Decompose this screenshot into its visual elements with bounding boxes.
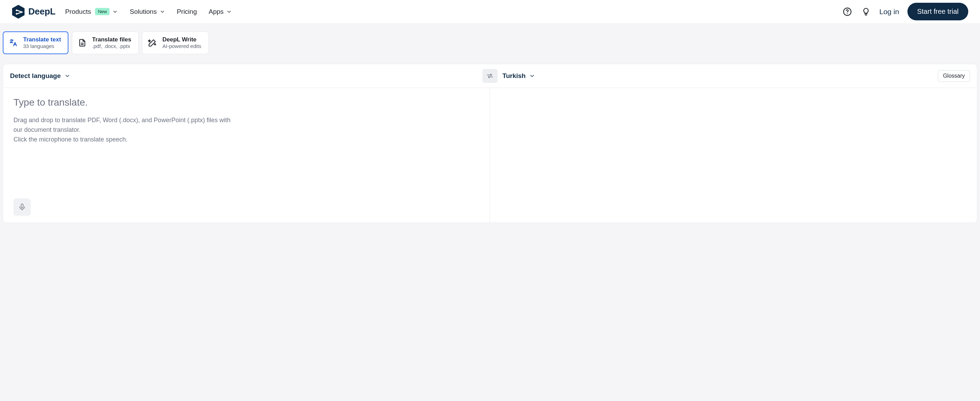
file-icon	[78, 38, 87, 47]
target-language-label: Turkish	[503, 72, 526, 80]
svg-marker-0	[12, 5, 24, 19]
nav-solutions-label: Solutions	[130, 8, 156, 16]
app-header: DeepL Products New Solutions Pricing App…	[0, 0, 980, 23]
source-language-select[interactable]: Detect language	[10, 72, 70, 80]
mode-subtitle: AI-powered edits	[162, 43, 202, 50]
hint-line-1: Drag and drop to translate PDF, Word (.d…	[13, 116, 235, 135]
help-button[interactable]	[842, 6, 853, 17]
magic-wand-icon	[148, 38, 157, 47]
chevron-down-icon	[160, 9, 165, 14]
mode-title: Translate files	[92, 36, 131, 43]
chevron-down-icon	[226, 9, 232, 14]
source-placeholder: Type to translate.	[13, 97, 479, 108]
hint-line-2: Click the microphone to translate speech…	[13, 135, 235, 144]
nav-pricing[interactable]: Pricing	[177, 8, 197, 16]
microphone-button[interactable]	[13, 198, 31, 216]
source-text-pane[interactable]: Type to translate. Drag and drop to tran…	[3, 88, 490, 223]
mode-translate-text[interactable]: Translate text 33 languages	[3, 32, 68, 54]
svg-point-7	[847, 13, 848, 14]
source-language-label: Detect language	[10, 72, 61, 80]
mode-subtitle: .pdf, .docx, .pptx	[92, 43, 131, 50]
nav-products-label: Products	[65, 8, 91, 16]
glossary-button[interactable]: Glossary	[938, 70, 970, 82]
mode-translate-files[interactable]: Translate files .pdf, .docx, .pptx	[72, 32, 138, 54]
mode-deepl-write[interactable]: DeepL Write AI-powered edits	[142, 32, 209, 54]
mode-subtitle: 33 languages	[23, 43, 61, 50]
start-trial-button[interactable]: Start free trial	[907, 3, 968, 21]
nav-products[interactable]: Products New	[65, 8, 118, 16]
mode-tabs: Translate text 33 languages Translate fi…	[3, 32, 977, 54]
main-nav: Products New Solutions Pricing Apps	[65, 8, 232, 16]
badge-new: New	[95, 8, 110, 15]
nav-apps-label: Apps	[209, 8, 224, 16]
logo-icon	[12, 5, 25, 19]
page-body: Translate text 33 languages Translate fi…	[0, 23, 980, 401]
target-language-select[interactable]: Turkish	[503, 72, 535, 80]
translator-panes: Type to translate. Drag and drop to tran…	[3, 88, 977, 223]
nav-pricing-label: Pricing	[177, 8, 197, 16]
microphone-icon	[18, 203, 26, 211]
translate-icon	[9, 38, 18, 47]
hint-text: Drag and drop to translate PDF, Word (.d…	[13, 116, 235, 144]
language-bar: Detect language	[3, 64, 977, 88]
logo-text: DeepL	[28, 6, 55, 17]
target-text-pane	[490, 88, 977, 223]
mode-title: DeepL Write	[162, 36, 202, 43]
chevron-down-icon	[112, 9, 118, 14]
login-link[interactable]: Log in	[880, 8, 899, 16]
translator-panel: Detect language	[3, 64, 977, 223]
swap-icon	[486, 72, 494, 80]
chevron-down-icon	[64, 73, 70, 79]
hint-button[interactable]	[861, 6, 871, 17]
mode-title: Translate text	[23, 36, 61, 43]
svg-rect-8	[21, 204, 23, 208]
help-icon	[843, 7, 852, 16]
nav-apps[interactable]: Apps	[209, 8, 232, 16]
lightbulb-icon	[861, 7, 870, 16]
logo[interactable]: DeepL	[12, 5, 55, 19]
chevron-down-icon	[529, 73, 535, 79]
nav-solutions[interactable]: Solutions	[130, 8, 165, 16]
header-right: Log in Start free trial	[842, 3, 968, 21]
swap-languages-button[interactable]	[482, 69, 498, 83]
